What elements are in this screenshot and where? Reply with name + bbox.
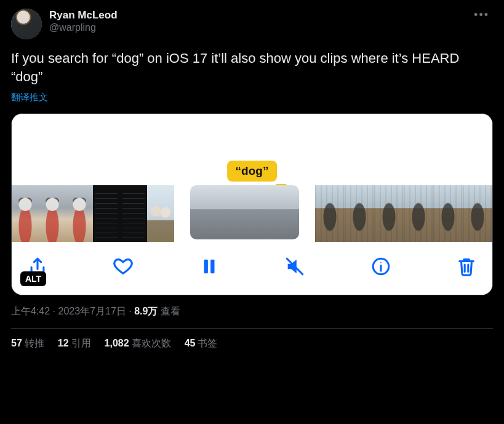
- clip-thumb: [374, 185, 404, 242]
- bookmarks-stat[interactable]: 45书签: [185, 337, 218, 350]
- media-toolbar: [12, 242, 492, 295]
- translate-link[interactable]: 翻译推文: [11, 92, 48, 103]
- clip-thumb: [12, 185, 39, 242]
- clip-group: [315, 185, 492, 239]
- like-button[interactable]: [111, 254, 135, 279]
- svg-rect-0: [204, 260, 207, 274]
- author-handle: @warpling: [49, 22, 470, 34]
- search-token-chip: “dog”: [227, 161, 278, 182]
- views-label: 查看: [158, 306, 180, 316]
- trash-icon: [456, 256, 477, 277]
- svg-point-5: [380, 262, 382, 263]
- clip-thumb: [39, 185, 66, 242]
- clip-thumb: [66, 185, 93, 242]
- tweet-text: If you search for “dog” on iOS 17 it’ll …: [11, 49, 493, 86]
- tweet-date[interactable]: 2023年7月17日: [58, 306, 126, 316]
- author-block[interactable]: Ryan McLeod @warpling: [49, 9, 470, 34]
- alt-badge[interactable]: ALT: [20, 271, 46, 286]
- info-icon: [370, 256, 391, 277]
- clip-thumb: [190, 185, 217, 239]
- tweet-stats: 57转推 12引用 1,082喜欢次数 45书签: [11, 337, 493, 350]
- clip-group-active: [190, 185, 299, 239]
- clip-thumb: [315, 185, 345, 242]
- media-whitespace: “dog”: [12, 114, 492, 185]
- clip-thumb: [93, 185, 120, 242]
- pause-icon: [199, 256, 220, 277]
- views-count: 8.9万: [134, 306, 158, 316]
- video-scrubber[interactable]: [12, 185, 492, 242]
- clip-thumb: [217, 185, 244, 239]
- clip-thumb: [463, 185, 492, 242]
- info-button[interactable]: [369, 254, 393, 279]
- tweet-header: Ryan McLeod @warpling •••: [11, 9, 493, 39]
- tweet-time[interactable]: 上午4:42: [11, 306, 50, 316]
- media-attachment[interactable]: “dog”: [11, 113, 493, 295]
- clip-group: [12, 185, 174, 239]
- svg-rect-1: [210, 260, 214, 274]
- retweets-stat[interactable]: 57转推: [11, 337, 44, 350]
- clip-thumb: [433, 185, 463, 242]
- clip-thumb: [272, 185, 299, 239]
- clip-thumb: [147, 185, 174, 242]
- more-menu-button[interactable]: •••: [470, 9, 493, 22]
- delete-button[interactable]: [454, 254, 479, 279]
- clip-thumb: [245, 185, 272, 239]
- quotes-stat[interactable]: 12引用: [58, 337, 91, 350]
- likes-stat[interactable]: 1,082喜欢次数: [105, 337, 171, 350]
- clip-thumb: [404, 185, 433, 242]
- heart-icon: [113, 256, 134, 277]
- clip-thumb: [345, 185, 374, 242]
- tweet-meta: 上午4:42 · 2023年7月17日 · 8.9万 查看: [11, 305, 493, 318]
- pause-button[interactable]: [197, 254, 222, 279]
- divider: [11, 328, 493, 329]
- author-name: Ryan McLeod: [49, 9, 470, 22]
- tweet: Ryan McLeod @warpling ••• If you search …: [0, 0, 504, 359]
- speaker-off-icon: [284, 256, 305, 277]
- avatar[interactable]: [11, 9, 42, 39]
- mute-button[interactable]: [282, 254, 307, 279]
- clip-thumb: [120, 185, 147, 242]
